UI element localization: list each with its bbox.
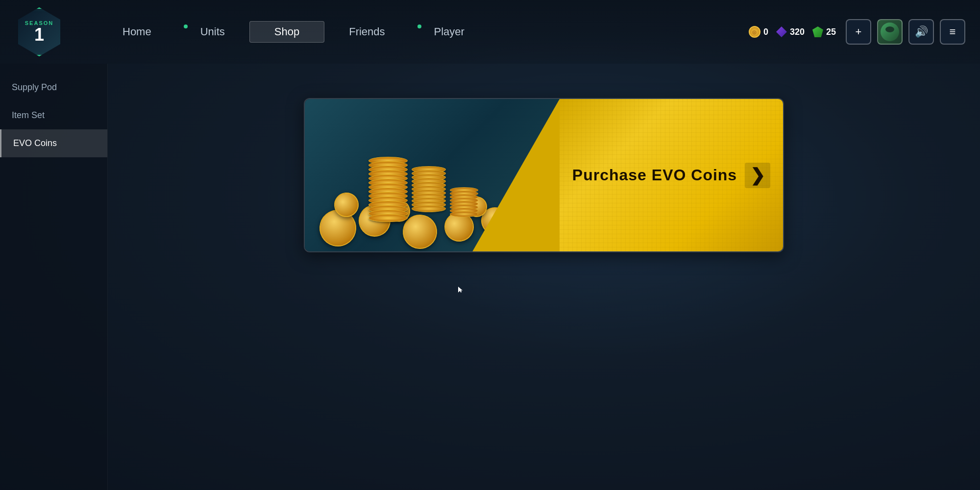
purchase-banner[interactable]: Purchase EVO Coins ❯ <box>304 98 784 252</box>
coin-scatter-10 <box>532 204 558 230</box>
coin-stack-2 <box>412 169 446 212</box>
avatar <box>881 23 899 41</box>
banner-right: Purchase EVO Coins ❯ <box>560 99 783 251</box>
season-number: 1 <box>34 26 44 44</box>
gem-icon <box>812 26 823 37</box>
currency-gems: 25 <box>812 26 836 37</box>
top-bar: SEASON 1 Home Units Shop Friends Player … <box>0 0 980 64</box>
header-right: ◎ 0 320 25 + 🔊 ≡ <box>749 19 965 45</box>
crystal-icon <box>776 26 787 37</box>
units-dot <box>184 24 188 28</box>
coin-icon: ◎ <box>749 26 760 38</box>
season-badge-inner: SEASON 1 <box>15 7 64 56</box>
menu-button[interactable]: ≡ <box>940 19 965 45</box>
coin-scatter-6 <box>508 219 538 249</box>
nav-item-shop[interactable]: Shop <box>249 21 324 43</box>
coin-stack-3 <box>450 190 478 217</box>
purchase-text-group: Purchase EVO Coins ❯ <box>572 163 770 188</box>
nav-item-player[interactable]: Player <box>410 22 489 42</box>
nav-item-friends[interactable]: Friends <box>324 22 409 42</box>
banner-left <box>305 99 560 251</box>
currency-crystals: 320 <box>776 26 805 37</box>
coins-value: 0 <box>763 27 768 37</box>
player-dot <box>417 24 421 28</box>
currency-group: ◎ 0 320 25 <box>749 26 836 38</box>
volume-button[interactable]: 🔊 <box>908 19 934 45</box>
main-nav: Home Units Shop Friends Player <box>98 21 489 43</box>
gems-value: 25 <box>826 27 836 37</box>
nav-item-units[interactable]: Units <box>176 22 249 42</box>
coin-scatter-5 <box>477 203 513 239</box>
sidebar-item-item-set[interactable]: Item Set <box>0 101 107 129</box>
coin-stack-1 <box>368 160 408 222</box>
nav-item-home[interactable]: Home <box>98 22 176 42</box>
sidebar-item-evo-coins[interactable]: EVO Coins <box>0 129 107 157</box>
add-button[interactable]: + <box>846 19 871 45</box>
sidebar-item-supply-pod[interactable]: Supply Pod <box>0 74 107 101</box>
purchase-arrow: ❯ <box>745 163 770 188</box>
season-badge: SEASON 1 <box>10 2 69 61</box>
crystals-value: 320 <box>790 27 805 37</box>
currency-coins: ◎ 0 <box>749 26 768 38</box>
header-icons: + 🔊 ≡ <box>846 19 965 45</box>
purchase-label: Purchase EVO Coins <box>572 166 737 184</box>
sidebar: Supply Pod Item Set EVO Coins <box>0 64 108 490</box>
avatar-button[interactable] <box>877 19 903 45</box>
main-content: Purchase EVO Coins ❯ <box>108 64 980 490</box>
